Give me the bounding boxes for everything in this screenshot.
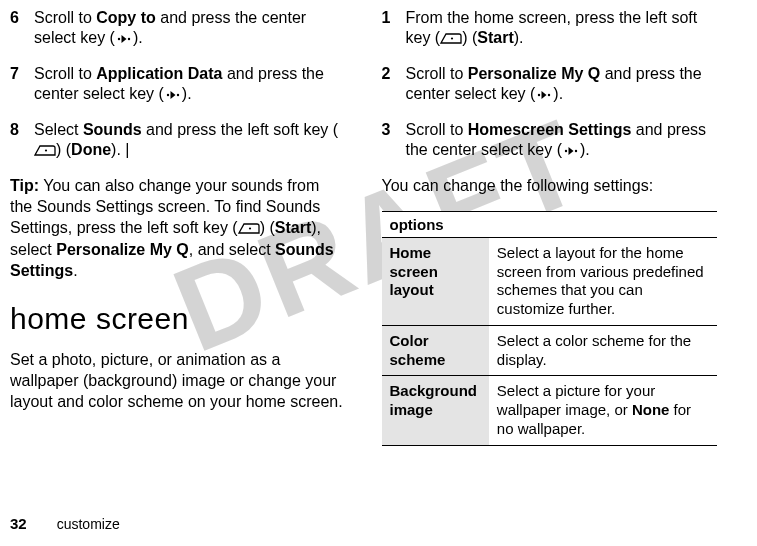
step-7: 7 Scroll to Application Data and press t… (10, 64, 346, 106)
tip-paragraph: Tip: You can also change your sounds fro… (10, 176, 346, 282)
page-content: 6 Scroll to Copy to and press the center… (10, 8, 717, 446)
left-soft-key-icon (440, 30, 462, 50)
option-desc: Select a color scheme for the display. (489, 325, 717, 376)
page-footer: 32 customize (10, 515, 120, 532)
table-row: Color scheme Select a color scheme for t… (382, 325, 718, 376)
step-number: 7 (10, 64, 34, 106)
menu-item-label: Sounds (83, 121, 142, 138)
left-soft-key-icon (34, 142, 56, 162)
section-heading-home-screen: home screen (10, 302, 346, 336)
center-select-key-icon (115, 30, 133, 50)
svg-point-5 (249, 227, 251, 229)
step-3: 3 Scroll to Homescreen Settings and pres… (382, 120, 718, 162)
svg-point-1 (128, 38, 130, 40)
text-fragment: ). | (111, 141, 129, 158)
svg-point-8 (548, 94, 550, 96)
option-desc: Select a picture for your wallpaper imag… (489, 376, 717, 445)
option-desc: Select a layout for the home screen from… (489, 237, 717, 325)
step-text: Select Sounds and press the left soft ke… (34, 120, 346, 162)
step-text: Scroll to Homescreen Settings and press … (406, 120, 718, 162)
text-fragment: , and select (189, 241, 275, 258)
step-number: 6 (10, 8, 34, 50)
step-6: 6 Scroll to Copy to and press the center… (10, 8, 346, 50)
step-text: Scroll to Personalize My Q and press the… (406, 64, 718, 106)
text-fragment: ). (580, 141, 590, 158)
softkey-label: Start (477, 29, 513, 46)
step-text: From the home screen, press the left sof… (406, 8, 718, 50)
center-select-key-icon (164, 86, 182, 106)
table-row: Background image Select a picture for yo… (382, 376, 718, 445)
center-select-key-icon (535, 86, 553, 106)
options-header: options (382, 211, 718, 237)
step-number: 2 (382, 64, 406, 106)
text-fragment: Scroll to (34, 65, 96, 82)
text-fragment: ). (514, 29, 524, 46)
text-fragment: ). (182, 85, 192, 102)
menu-item-label: Application Data (96, 65, 222, 82)
step-1: 1 From the home screen, press the left s… (382, 8, 718, 50)
option-value: None (632, 401, 670, 418)
step-2: 2 Scroll to Personalize My Q and press t… (382, 64, 718, 106)
svg-point-6 (451, 37, 453, 39)
section-intro: Set a photo, picture, or animation as a … (10, 350, 346, 412)
menu-item-label: Personalize My Q (468, 65, 601, 82)
text-fragment: ) ( (56, 141, 71, 158)
center-select-key-icon (562, 142, 580, 162)
svg-point-7 (538, 94, 540, 96)
svg-point-3 (177, 94, 179, 96)
step-8: 8 Select Sounds and press the left soft … (10, 120, 346, 162)
text-fragment: ). (133, 29, 143, 46)
text-fragment: ) ( (260, 219, 275, 236)
page-number: 32 (10, 515, 27, 532)
step-number: 1 (382, 8, 406, 50)
text-fragment: Scroll to (34, 9, 96, 26)
left-soft-key-icon (238, 220, 260, 241)
option-name: Color scheme (382, 325, 489, 376)
left-column: 6 Scroll to Copy to and press the center… (10, 8, 346, 446)
menu-item-label: Personalize My Q (56, 241, 189, 258)
text-fragment: . (73, 262, 77, 279)
settings-intro: You can change the following settings: (382, 176, 718, 197)
step-text: Scroll to Application Data and press the… (34, 64, 346, 106)
text-fragment: ). (553, 85, 563, 102)
step-text: Scroll to Copy to and press the center s… (34, 8, 346, 50)
menu-item-label: Homescreen Settings (468, 121, 632, 138)
table-header-row: options (382, 211, 718, 237)
table-row: Home screen layout Select a layout for t… (382, 237, 718, 325)
svg-point-0 (118, 38, 120, 40)
text-fragment: and press the left soft key ( (142, 121, 339, 138)
tip-label: Tip: (10, 177, 39, 194)
text-fragment: Select (34, 121, 83, 138)
softkey-label: Start (275, 219, 311, 236)
text-fragment: Scroll to (406, 65, 468, 82)
text-fragment: Scroll to (406, 121, 468, 138)
softkey-label: Done (71, 141, 111, 158)
svg-point-2 (167, 94, 169, 96)
svg-point-4 (45, 149, 47, 151)
options-table: options Home screen layout Select a layo… (382, 211, 718, 446)
text-fragment: ) ( (462, 29, 477, 46)
menu-item-label: Copy to (96, 9, 156, 26)
option-name: Background image (382, 376, 489, 445)
option-name: Home screen layout (382, 237, 489, 325)
svg-point-10 (575, 150, 577, 152)
step-number: 8 (10, 120, 34, 162)
step-number: 3 (382, 120, 406, 162)
right-column: 1 From the home screen, press the left s… (382, 8, 718, 446)
svg-point-9 (565, 150, 567, 152)
footer-section-name: customize (57, 516, 120, 532)
